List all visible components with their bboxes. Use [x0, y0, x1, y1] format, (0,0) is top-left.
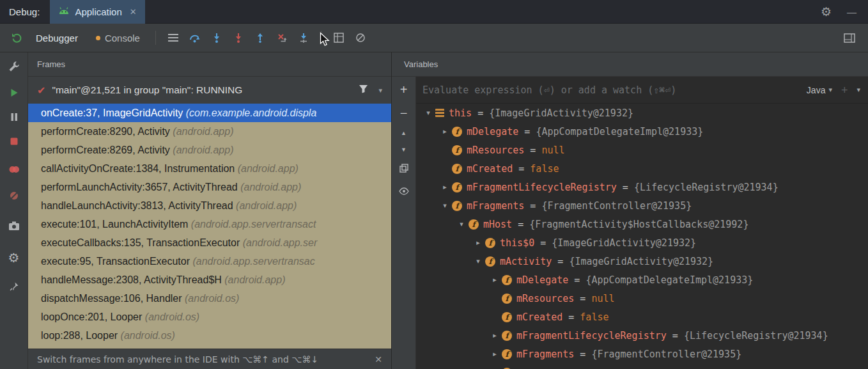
thread-label: "main"@21,521 in group "main": RUNNING: [52, 84, 242, 96]
gear-icon[interactable]: ⚙: [821, 6, 832, 18]
step-out-icon[interactable]: [249, 27, 271, 48]
equals-sign: =: [562, 311, 580, 323]
frame-method: loopOnce:201, Looper: [41, 311, 145, 322]
chevron-down-icon[interactable]: ▾: [439, 201, 451, 210]
frame-row[interactable]: onCreate:37, ImageGridActivity (com.exam…: [28, 104, 391, 122]
frame-method: performLaunchActivity:3657, ActivityThre…: [41, 182, 240, 192]
chevron-right-icon[interactable]: ▸: [489, 350, 500, 358]
frame-row[interactable]: handleLaunchActivity:3813, ActivityThrea…: [28, 196, 391, 215]
variable-row[interactable]: ▸ f: [416, 363, 868, 369]
add-watch-button[interactable]: +: [400, 83, 408, 96]
step-into-icon[interactable]: [206, 27, 228, 48]
variable-row[interactable]: ▾ this = {ImageGridActivity@21932}: [416, 104, 868, 122]
mute-breakpoints-icon[interactable]: [350, 27, 371, 48]
camera-thread-dump-icon[interactable]: [5, 217, 23, 235]
stop-icon[interactable]: [5, 132, 23, 150]
frame-row[interactable]: callActivityOnCreate:1384, Instrumentati…: [28, 159, 391, 178]
language-selector[interactable]: Java ▾: [807, 85, 832, 95]
debug-window-titlebar: Debug: Application ✕ ⚙ —: [0, 0, 868, 24]
variable-name: mFragments: [516, 349, 574, 360]
variable-name: mDelegate: [467, 126, 518, 137]
frame-row[interactable]: performLaunchActivity:3657, ActivityThre…: [28, 178, 391, 196]
force-step-into-icon[interactable]: [228, 27, 249, 48]
show-watches-eye-button[interactable]: [399, 186, 409, 198]
chevron-down-icon[interactable]: ▾: [422, 109, 434, 117]
variables-tree: ▾ this = {ImageGridActivity@21932} ▸ f m…: [416, 104, 868, 369]
variable-row[interactable]: ▸ f this$0 = {ImageGridActivity@21932}: [416, 233, 868, 252]
tab-debugger[interactable]: Debugger: [27, 24, 87, 52]
variable-value: false: [530, 163, 559, 175]
pause-program-icon[interactable]: [5, 108, 23, 126]
frame-row[interactable]: performCreate:8290, Activity (android.ap…: [28, 122, 391, 141]
frame-row[interactable]: performCreate:8269, Activity (android.ap…: [28, 141, 391, 159]
frames-list: onCreate:37, ImageGridActivity (com.exam…: [28, 104, 391, 349]
chevron-down-icon[interactable]: ▾: [856, 86, 860, 94]
field-icon: f: [452, 145, 462, 155]
variable-row[interactable]: ▸ f mDelegate = {AppCompatDelegateImpl@2…: [416, 271, 868, 289]
close-icon[interactable]: ✕: [375, 354, 382, 365]
copy-value-button[interactable]: [399, 164, 408, 175]
minimize-icon[interactable]: —: [847, 7, 856, 17]
rerun-button[interactable]: [5, 27, 27, 48]
variable-value: {AppCompatDelegateImpl@21933}: [585, 274, 753, 286]
frame-package: (android.app.servertransac: [192, 256, 314, 267]
frame-row[interactable]: loop:288, Looper (android.os): [28, 326, 391, 345]
variable-row[interactable]: ▾ f mFragments = {FragmentController@219…: [416, 196, 868, 215]
pin-tab-icon[interactable]: [5, 278, 23, 295]
filter-funnel-icon[interactable]: [359, 84, 368, 96]
view-options-hamburger-icon[interactable]: [162, 27, 184, 48]
variable-row[interactable]: ▸ f mFragmentLifecycleRegistry = {Lifecy…: [416, 178, 868, 196]
breakpoints-icon[interactable]: [5, 161, 23, 178]
chevron-right-icon[interactable]: ▸: [439, 183, 451, 191]
tab-application-label: Application: [75, 6, 121, 17]
variable-value: {LifecycleRegistry@21934}: [634, 182, 779, 193]
close-icon[interactable]: ✕: [130, 7, 137, 17]
variable-row[interactable]: ▾ f mActivity = {ImageGridActivity@21932…: [416, 252, 868, 271]
frame-package: (android.app): [238, 163, 298, 174]
variable-name: mResources: [516, 293, 574, 304]
variable-name: mDelegate: [516, 274, 568, 286]
variable-row[interactable]: f mResources = null: [416, 141, 868, 159]
frame-row[interactable]: execute:101, LaunchActivityItem (android…: [28, 215, 391, 233]
thread-selector[interactable]: ✔ "main"@21,521 in group "main": RUNNING…: [28, 77, 391, 104]
frame-row[interactable]: execute:95, TransactionExecutor (android…: [28, 252, 391, 271]
wrench-icon[interactable]: [5, 58, 23, 75]
layout-settings-icon[interactable]: [839, 27, 860, 48]
frame-row[interactable]: dispatchMessage:106, Handler (android.os…: [28, 289, 391, 308]
chevron-right-icon[interactable]: ▸: [472, 239, 484, 247]
move-down-button[interactable]: ▼: [401, 147, 407, 153]
frame-method: handleLaunchActivity:3813, ActivityThrea…: [41, 200, 236, 211]
remove-watch-button[interactable]: −: [400, 107, 408, 120]
move-up-button[interactable]: ▲: [401, 130, 407, 136]
tab-console[interactable]: Console: [87, 24, 149, 52]
resume-program-icon[interactable]: [5, 84, 23, 102]
variable-value: {ImageGridActivity@21932}: [552, 237, 696, 249]
chevron-down-icon[interactable]: ▾: [378, 86, 382, 95]
variable-row[interactable]: ▸ f mFragmentLifecycleRegistry = {Lifecy…: [416, 326, 868, 345]
variable-row[interactable]: ▾ f mHost = {FragmentActivity$HostCallba…: [416, 215, 868, 233]
chevron-down-icon[interactable]: ▾: [472, 257, 484, 265]
evaluate-expression-input[interactable]: Evaluate expression (⏎) or add a watch (…: [416, 77, 868, 104]
variable-row[interactable]: f mCreated = false: [416, 308, 868, 326]
view-breakpoints-icon[interactable]: [328, 27, 350, 48]
frame-row[interactable]: executeCallbacks:135, TransactionExecuto…: [28, 233, 391, 252]
chevron-right-icon[interactable]: ▸: [489, 331, 500, 340]
field-icon: f: [502, 349, 512, 359]
mute-breakpoints-circle-icon[interactable]: [5, 187, 23, 205]
chevron-down-icon[interactable]: ▾: [456, 220, 467, 228]
variable-value: false: [580, 311, 608, 323]
variable-row[interactable]: ▸ f mFragments = {FragmentController@219…: [416, 345, 868, 363]
run-to-cursor-icon[interactable]: [293, 27, 314, 48]
chevron-right-icon[interactable]: ▸: [439, 127, 451, 136]
step-over-icon[interactable]: [184, 27, 206, 48]
variable-row[interactable]: f mResources = null: [416, 289, 868, 308]
frame-row[interactable]: handleMessage:2308, ActivityThread$H (an…: [28, 271, 391, 289]
tab-application[interactable]: Application ✕: [50, 0, 144, 24]
settings-gear-icon[interactable]: ⚙: [5, 249, 23, 267]
variable-row[interactable]: f mCreated = false: [416, 159, 868, 178]
frame-method: callActivityOnCreate:1384, Instrumentati…: [41, 163, 238, 174]
chevron-right-icon[interactable]: ▸: [489, 276, 500, 284]
drop-frame-icon[interactable]: [271, 27, 293, 48]
frame-row[interactable]: loopOnce:201, Looper (android.os): [28, 308, 391, 326]
variable-row[interactable]: ▸ f mDelegate = {AppCompatDelegateImpl@2…: [416, 122, 868, 141]
